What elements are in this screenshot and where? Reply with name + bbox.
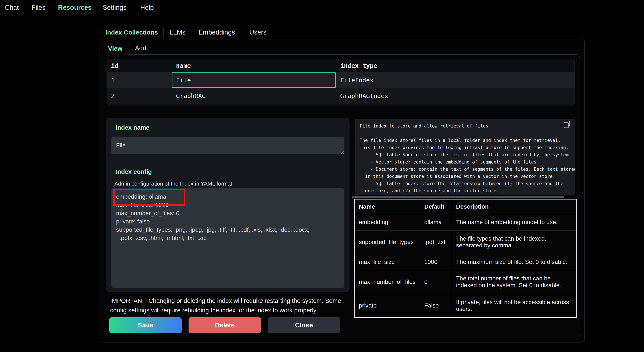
index-name-input[interactable]: File bbox=[112, 136, 344, 154]
index-form-card: Index name File Index config Admin confi… bbox=[106, 118, 350, 292]
params-header-description: Description bbox=[452, 199, 576, 214]
close-button[interactable]: Close bbox=[268, 317, 340, 333]
index-collections-table: id name index type 1 File FileIndex 2 Gr… bbox=[106, 59, 574, 106]
nav-files[interactable]: Files bbox=[32, 4, 45, 12]
cell-index-type[interactable]: FileIndex bbox=[336, 72, 574, 88]
tab-llms[interactable]: LLMs bbox=[170, 28, 186, 36]
param-description: The total number of files that can be in… bbox=[452, 270, 576, 294]
param-description: If private, files will not be accessible… bbox=[452, 294, 576, 318]
table-row: 2 GraphRAG GraphRAGIndex bbox=[107, 88, 574, 104]
params-header-default: Default bbox=[420, 199, 452, 214]
index-config-help: Admin configuration of the Index in YAML… bbox=[114, 180, 232, 187]
param-default: False bbox=[420, 294, 452, 318]
subtab-add[interactable]: Add bbox=[135, 44, 146, 52]
cell-name[interactable]: GraphRAG bbox=[172, 88, 336, 104]
table-header-row: id name index type bbox=[107, 59, 574, 72]
copy-icon[interactable] bbox=[564, 121, 571, 128]
param-name: private bbox=[354, 294, 420, 318]
params-row: embedding ollama The name of embedding m… bbox=[354, 214, 576, 230]
index-config-label: Index config bbox=[116, 168, 152, 175]
col-header-index-type: index type bbox=[336, 59, 574, 72]
params-row: private False If private, files will not… bbox=[354, 294, 576, 318]
tab-index-collections[interactable]: Index Collections bbox=[100, 26, 164, 38]
nav-chat[interactable]: Chat bbox=[5, 4, 19, 12]
copy-icon-front-square bbox=[564, 122, 568, 128]
save-button[interactable]: Save bbox=[109, 317, 182, 333]
params-row: supported_file_types .pdf, .txt The file… bbox=[354, 230, 576, 254]
param-default: ollama bbox=[420, 214, 452, 230]
cell-id[interactable]: 1 bbox=[107, 72, 172, 88]
param-description: The maximum size of file. Set 0 to disab… bbox=[452, 254, 576, 270]
nav-help[interactable]: Help bbox=[140, 4, 154, 12]
cell-id[interactable]: 2 bbox=[107, 88, 172, 104]
col-header-id: id bbox=[107, 59, 172, 72]
param-default: 1000 bbox=[420, 254, 452, 270]
param-name: embedding bbox=[354, 214, 420, 230]
index-params-table: Name Default Description embedding ollam… bbox=[354, 199, 577, 318]
param-name: max_file_size bbox=[354, 254, 420, 270]
params-header-row: Name Default Description bbox=[354, 199, 576, 214]
param-name: max_number_of_files bbox=[354, 270, 420, 294]
param-description: The file types that can be indexed, sepa… bbox=[452, 230, 576, 254]
nav-resources[interactable]: Resources bbox=[58, 4, 92, 12]
table-row: 1 File FileIndex bbox=[107, 72, 574, 88]
cell-index-type[interactable]: GraphRAGIndex bbox=[336, 88, 574, 104]
params-row: max_number_of_files 0 The total number o… bbox=[354, 270, 576, 294]
delete-button[interactable]: Delete bbox=[188, 317, 261, 333]
tab-embeddings[interactable]: Embeddings bbox=[198, 28, 235, 36]
subtab-view[interactable]: View bbox=[102, 42, 129, 55]
index-name-label: Index name bbox=[116, 124, 150, 131]
params-row: max_file_size 1000 The maximum size of f… bbox=[354, 254, 576, 270]
param-default: .pdf, .txt bbox=[420, 230, 452, 254]
params-header-name: Name bbox=[354, 199, 420, 214]
cell-name-selected[interactable]: File bbox=[172, 72, 336, 88]
horizontal-scrollbar-thumb[interactable] bbox=[352, 196, 564, 198]
index-config-textarea[interactable]: embedding: ollama max_file_size: 1000 ma… bbox=[112, 188, 344, 288]
important-note: IMPORTANT: Changing or deleting the inde… bbox=[110, 296, 356, 315]
index-description-code-block: File index to store and allow retrieval … bbox=[354, 118, 575, 195]
tab-users[interactable]: Users bbox=[249, 28, 266, 36]
param-default: 0 bbox=[420, 270, 452, 294]
nav-settings[interactable]: Settings bbox=[103, 4, 126, 12]
param-description: The name of embedding model to use. bbox=[452, 214, 576, 230]
col-header-name: name bbox=[172, 59, 336, 72]
param-name: supported_file_types bbox=[354, 230, 420, 254]
